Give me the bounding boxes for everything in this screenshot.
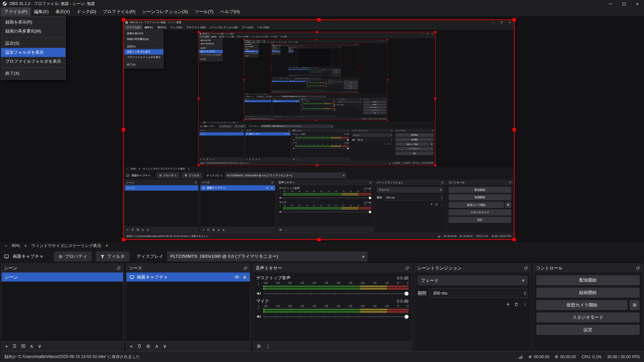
transition-select[interactable]: フェード ▾ <box>328 81 342 82</box>
display-select[interactable]: PLT2250MTS: 644x362 @ 0,0 (プライマリモニター) … <box>294 78 321 79</box>
popout-icon[interactable] <box>361 99 362 100</box>
move-scene-down-button[interactable]: ∨ <box>38 344 42 349</box>
chevron-down-icon[interactable]: ▼ <box>268 94 268 95</box>
lock-icon[interactable] <box>308 69 308 70</box>
source-list-item[interactable]: 画面キャプチャ <box>289 81 306 82</box>
settings-button[interactable]: 設定 <box>395 152 433 155</box>
selection-handle[interactable] <box>387 39 388 40</box>
advanced-audio-properties-button[interactable] <box>293 158 294 160</box>
selection-handle[interactable] <box>244 120 245 121</box>
properties-button[interactable]: プロパティ <box>54 251 92 261</box>
properties-button[interactable]: プロパティ <box>218 124 232 128</box>
minimize-button[interactable]: — <box>489 20 497 24</box>
selection-handle[interactable] <box>513 238 516 241</box>
channel-options-kebab[interactable]: ⋮ <box>279 190 282 195</box>
menu-profile[interactable]: プロファイル(P) <box>184 24 208 30</box>
file-menu-show-settings-folder[interactable]: 設定フォルダを表示 <box>124 49 163 55</box>
virtual-camera-settings-button[interactable] <box>630 300 640 310</box>
file-menu-show-settings-folder[interactable]: 設定フォルダを表示 <box>199 50 223 53</box>
mixer-options-kebab[interactable]: ⋮ <box>285 228 288 231</box>
file-menu-remux[interactable]: 録画の再多重化(M) <box>199 42 223 46</box>
start-recording-button[interactable]: 録画開始 <box>344 83 358 84</box>
move-scene-down-button[interactable]: ∨ <box>253 116 253 117</box>
file-menu-show-profile-folder[interactable]: プロファイルフォルダを表示 <box>124 55 163 60</box>
lock-icon[interactable] <box>288 133 289 135</box>
menu-help[interactable]: ヘルプ(H) <box>278 35 288 38</box>
add-source-button[interactable]: + <box>246 158 247 160</box>
menu-tools[interactable]: ツール(T) <box>269 35 278 38</box>
advanced-audio-properties-button[interactable] <box>301 116 302 117</box>
move-source-up-button[interactable]: ∧ <box>256 158 257 160</box>
display-select[interactable]: PLT2250MTS: 644x362 @ 0,0 (プライマリモニター) … <box>225 172 346 178</box>
popout-icon[interactable] <box>369 181 372 184</box>
settings-button[interactable]: 設定 <box>449 217 512 223</box>
volume-slider-knob[interactable] <box>405 292 409 296</box>
scene-list-item[interactable]: シーン <box>288 69 299 70</box>
channel-options-kebab[interactable]: ⋮ <box>256 304 261 313</box>
remove-scene-button[interactable] <box>131 228 134 231</box>
properties-button[interactable]: プロパティ <box>256 96 264 98</box>
zoom-in-button[interactable]: + <box>139 167 140 171</box>
add-transition-button[interactable]: + <box>385 143 386 145</box>
start-streaming-button[interactable]: 配信開始 <box>395 133 433 137</box>
selection-handle[interactable] <box>316 164 318 166</box>
volume-slider[interactable] <box>310 71 322 71</box>
lock-icon[interactable] <box>243 275 247 279</box>
spin-down-icon[interactable]: ▾ <box>361 105 361 106</box>
volume-slider[interactable] <box>310 72 322 73</box>
virtual-camera-settings-button[interactable] <box>357 84 358 86</box>
scene-filters-button[interactable] <box>21 344 25 348</box>
menu-file[interactable]: ファイル(F) <box>124 24 142 30</box>
start-recording-button[interactable]: 録画開始 <box>363 104 386 106</box>
menu-help[interactable]: ヘルプ(H) <box>301 45 304 46</box>
move-source-up-button[interactable]: ∧ <box>278 116 279 117</box>
source-properties-button[interactable] <box>291 90 292 91</box>
duration-spinbox[interactable]: 300 ms ▴ ▾ <box>429 288 528 298</box>
scene-filters-button[interactable] <box>137 228 139 231</box>
visibility-eye-icon[interactable] <box>285 133 287 135</box>
spin-down-icon[interactable]: ▾ <box>524 293 526 296</box>
filters-button[interactable]: フィルタ <box>96 251 129 261</box>
selection-handle[interactable] <box>244 79 245 80</box>
settings-button[interactable]: 設定 <box>363 112 386 114</box>
start-streaming-button[interactable]: 配信開始 <box>344 81 358 82</box>
virtual-camera-settings-button[interactable] <box>430 142 433 146</box>
properties-button[interactable]: プロパティ <box>156 172 179 178</box>
advanced-audio-properties-button[interactable] <box>306 90 307 91</box>
remove-transition-button[interactable] <box>435 203 438 206</box>
transition-options-kebab[interactable]: ⋮ <box>440 203 443 206</box>
menu-docks[interactable]: ドック(D) <box>260 41 266 43</box>
add-scene-button[interactable]: + <box>5 344 8 349</box>
remove-scene-button[interactable] <box>247 116 248 117</box>
selected-source-preview[interactable]: OBS 31.1.2 - プロファイル: 無題 - シーン: 無題 — × ファ… <box>288 47 341 76</box>
volume-slider-knob[interactable] <box>369 197 371 199</box>
remove-transition-button[interactable] <box>359 107 360 108</box>
filters-button[interactable]: フィルタ <box>234 124 246 128</box>
file-menu-exit[interactable]: 終了(X) <box>124 62 163 67</box>
volume-slider[interactable] <box>296 139 348 141</box>
chevron-down-icon[interactable]: ▼ <box>237 122 238 123</box>
file-menu-show-recordings[interactable]: 録画を表示(R) <box>124 31 163 36</box>
menu-profile[interactable]: プロファイル(P) <box>99 7 139 16</box>
volume-slider-knob[interactable] <box>347 139 348 140</box>
speaker-icon[interactable] <box>279 210 282 213</box>
menu-scene-collection[interactable]: シーンコレクション(S) <box>139 7 192 16</box>
start-virtual-camera-button[interactable]: 仮想カメラ開始 <box>363 106 383 109</box>
menu-tools[interactable]: ツール(T) <box>191 7 217 16</box>
file-menu-settings[interactable]: 設定(S) <box>1 39 65 48</box>
file-menu-exit[interactable]: 終了(X) <box>245 55 259 57</box>
file-menu-show-profile-folder[interactable]: プロファイルフォルダを表示 <box>1 57 65 66</box>
zoom-out-button[interactable]: − <box>126 167 128 171</box>
popout-icon[interactable] <box>385 99 386 100</box>
remove-source-button[interactable] <box>207 228 210 231</box>
add-transition-button[interactable]: + <box>506 301 510 308</box>
zoom-in-button[interactable]: + <box>250 94 250 95</box>
move-source-down-button[interactable]: ∨ <box>222 228 225 231</box>
selection-handle[interactable] <box>298 57 299 58</box>
speaker-icon[interactable] <box>256 314 261 319</box>
popout-icon[interactable] <box>271 181 274 184</box>
scene-list-item[interactable]: シーン <box>199 132 244 136</box>
studio-mode-button[interactable]: スタジオモード <box>363 109 386 111</box>
file-menu-settings[interactable]: 設定(S) <box>124 44 163 49</box>
speaker-icon[interactable] <box>256 291 261 296</box>
